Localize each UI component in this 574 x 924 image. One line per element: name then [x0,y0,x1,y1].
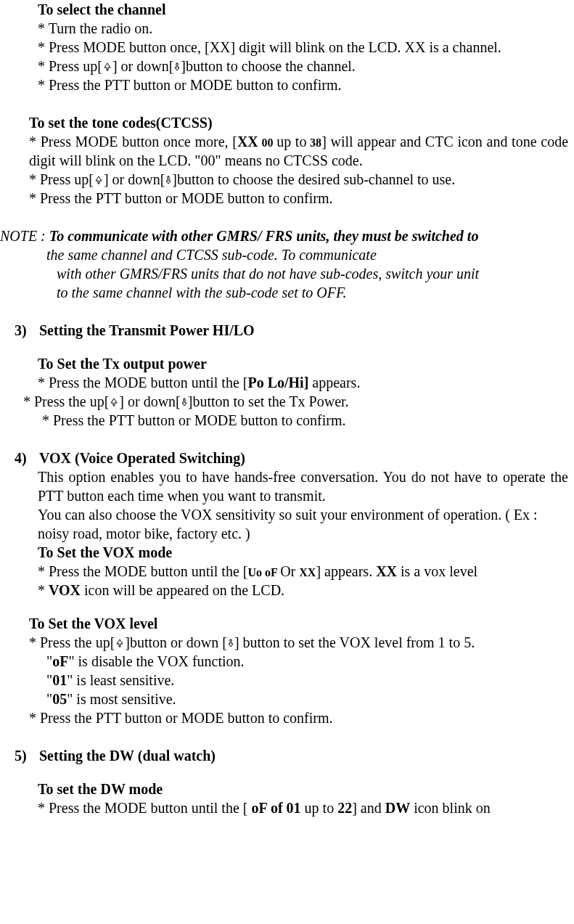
text-bold: XX [376,563,397,579]
text-line: * Press the MODE button until the [Po Lo… [38,373,568,392]
text: ]button to choose the channel. [181,58,356,74]
text: " [46,653,52,669]
text: * Press MODE button once more, [ [29,134,237,150]
text-bold: 22 [337,800,352,816]
text-line: * Press the MODE button until the [ oF o… [38,798,568,817]
text: * Press the MODE button until the [ [38,563,247,579]
subheading: To set the DW mode [38,780,568,798]
text: Or [280,563,299,579]
note-line: the same channel and CTCSS sub-code. To … [46,245,568,264]
text-line: "oF" is disable the VOX function. [46,652,568,671]
text-bold: 05 [52,691,67,707]
text-line: * VOX icon will be appeared on the LCD. [38,581,568,600]
text-line: * Press up[] or down[]button to choose t… [29,170,568,189]
text: * Press the MODE button until the [ [38,800,251,816]
text-bold: XX [237,134,258,150]
select-channel-title: To select the channel [38,0,568,19]
section-number: 5) [15,746,39,765]
note-line: with other GMRS/FRS units that do not ha… [57,264,568,283]
text-line: * Turn the radio on. [38,19,568,38]
subheading: To Set the VOX level [29,614,568,633]
text-line: * Press up[] or down[]button to choose t… [38,57,568,75]
text-line: * Press MODE button once, [XX] digit wil… [38,38,568,57]
up-icon [109,397,119,407]
text: " [46,691,52,707]
text: ]button to set the Tx Power. [188,393,349,409]
text-bold: DW [385,800,410,816]
text: up to [305,800,338,816]
text-line: "05" is most sensitive. [46,690,568,708]
section-title: Setting the Transmit Power HI/LO [39,321,255,340]
text-line: * Press the PTT button or MODE button to… [42,411,568,430]
text: 00 [258,136,276,149]
text-paragraph: You can also choose the VOX sensitivity … [38,505,568,543]
text: ] or down[ [119,393,180,409]
ctcss-title: To set the tone codes(CTCSS) [29,113,568,132]
text-line: * Press the PTT button or MODE button to… [38,75,568,94]
text-paragraph: This option enables you to have hands-fr… [38,467,568,505]
subheading: To Set the VOX mode [38,543,568,562]
text: " [46,672,52,688]
text: * Press the MODE button until the [ [38,375,247,391]
text-bold: oF of 01 [251,800,304,816]
text: icon will be appeared on the LCD. [81,582,284,598]
text: ] button to set the VOX level from 1 to … [234,634,475,650]
text: * [38,582,49,598]
text-line: * Press the PTT button or MODE button to… [29,708,568,727]
subheading: To Set the Tx output power [38,354,568,373]
text: * Press the up[ [29,634,115,650]
text: " is most sensitive. [67,691,176,707]
note-label: NOTE : [0,228,49,244]
text-bold: VOX [49,582,81,598]
text-line: * Press MODE button once more, [XX 00 up… [29,132,568,170]
text: " is disable the VOX function. [68,653,244,669]
text: appears. [308,375,360,391]
text: ]button to choose the desired sub-channe… [172,171,455,187]
text: up to [276,134,306,150]
section-3-title: 3) Setting the Transmit Power HI/LO [0,321,568,340]
text-line: "01" is least sensitive. [46,671,568,690]
note-text: To communicate with other GMRS/ FRS unit… [49,228,479,244]
up-icon [102,62,112,72]
text: ] appears. [316,563,376,579]
text-bold: Po Lo/Hi] [247,375,308,391]
text: * Press up[ [29,171,94,187]
text: icon blink on [410,800,491,816]
text: is a vox level [397,563,477,579]
text-bold: 38 [306,136,321,149]
text: ] or down[ [104,171,165,187]
text-line: * Press the up[]button or down [] button… [29,633,568,652]
text-line: * Press the MODE button until the [Uo oF… [38,562,568,581]
section-4-title: 4) VOX (Voice Operated Switching) [0,449,568,467]
down-icon [165,175,172,185]
section-number: 3) [15,321,39,340]
text-bold: oF [52,653,68,669]
text: ]button or down [ [125,634,227,650]
down-icon [227,638,234,648]
text-line: * Press the up[] or down[]button to set … [23,392,568,411]
down-icon [181,397,188,407]
section-title: Setting the DW (dual watch) [39,746,216,765]
text: * Press up[ [38,58,102,74]
note-line: NOTE : To communicate with other GMRS/ F… [0,226,568,245]
text: " is least sensitive. [67,672,174,688]
text: ] and [352,800,385,816]
section-title: VOX (Voice Operated Switching) [39,449,245,467]
up-icon [94,175,104,185]
text: * Press the up[ [23,393,109,409]
section-number: 4) [15,449,39,467]
down-icon [173,62,181,72]
text-bold: XX [299,566,316,578]
section-5-title: 5) Setting the DW (dual watch) [0,746,568,765]
text-bold: Uo oF [247,566,280,578]
text-line: * Press the PTT button or MODE button to… [29,189,568,208]
note-line: to the same channel with the sub-code se… [57,283,568,302]
text-bold: 01 [52,672,67,688]
up-icon [115,638,125,648]
text: ] or down[ [112,58,173,74]
